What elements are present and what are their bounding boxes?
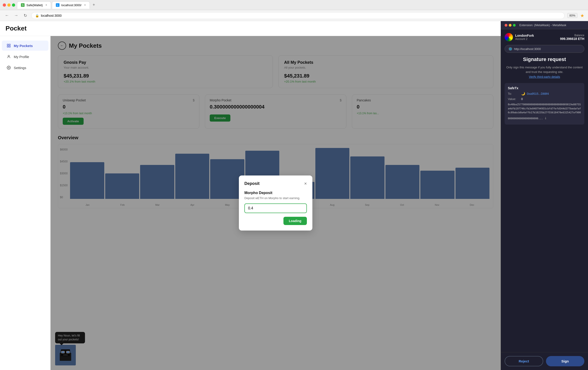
metamask-panel: Extension: (MetaMask) - MetaMask LondonF… bbox=[501, 21, 588, 370]
browser-content: Pocket My Pockets bbox=[0, 21, 588, 370]
tab-localhost-icon: L bbox=[56, 3, 60, 7]
mm-close-button[interactable] bbox=[505, 24, 507, 27]
mm-sig-title: Signature request bbox=[505, 56, 584, 62]
scroll-down-icon[interactable]: ↓ bbox=[544, 115, 547, 120]
tab-localhost-close[interactable]: × bbox=[84, 3, 86, 7]
sidebar-my-profile-label: My Profile bbox=[14, 55, 29, 59]
mm-balance-container: Balance 999.396618 ETH bbox=[560, 34, 584, 40]
mm-account-info: LondonFork Account 2 bbox=[505, 33, 534, 41]
zoom-level[interactable]: 80% bbox=[567, 13, 578, 18]
modal-title: Deposit bbox=[244, 181, 260, 186]
address-text: localhost:3000 bbox=[41, 14, 62, 17]
metamask-window-title: Extension: (MetaMask) - MetaMask bbox=[519, 23, 566, 27]
mm-safe-label: SafeTx bbox=[508, 86, 581, 90]
modal-actions: Loading bbox=[244, 217, 307, 225]
address-bar-input[interactable]: 🔒 localhost:3000 bbox=[31, 12, 565, 19]
tab-localhost-label: localhost:3000/ bbox=[61, 3, 81, 7]
reject-button[interactable]: Reject bbox=[505, 356, 543, 366]
mm-value-row: Value: 0 bbox=[508, 97, 581, 101]
grid-icon bbox=[6, 43, 11, 48]
modal-close-button[interactable]: × bbox=[304, 181, 307, 186]
metamask-titlebar: Extension: (MetaMask) - MetaMask bbox=[501, 21, 588, 29]
tab-bar: S Safe{Wallet} × L localhost:3000/ × + bbox=[17, 1, 585, 9]
browser-titlebar: S Safe{Wallet} × L localhost:3000/ × + bbox=[0, 0, 588, 10]
sidebar-item-settings[interactable]: Settings bbox=[2, 63, 48, 73]
deposit-amount-input[interactable] bbox=[244, 203, 307, 213]
mm-to-key: To: bbox=[508, 92, 519, 95]
tab-localhost[interactable]: L localhost:3000/ × bbox=[52, 1, 90, 9]
mm-site-url: http://localhost:3000 bbox=[514, 47, 541, 51]
mm-maximize-button[interactable] bbox=[513, 24, 516, 27]
svg-rect-1 bbox=[9, 44, 10, 45]
modal-section-title: Morpho Deposit bbox=[244, 191, 307, 195]
tab-safe-wallet-close[interactable]: × bbox=[45, 3, 47, 7]
back-nav-button[interactable]: ← bbox=[4, 12, 10, 19]
metamask-footer: Reject Sign bbox=[501, 352, 588, 370]
reload-button[interactable]: ↻ bbox=[22, 12, 29, 19]
mm-to-row: To: 🌙 0xa9515...D88f4 bbox=[508, 92, 581, 95]
address-bar: ← → ↻ 🔒 localhost:3000 80% ★ bbox=[0, 10, 588, 21]
tab-safe-wallet-label: Safe{Wallet} bbox=[26, 3, 43, 7]
app-body: My Pockets My Profile bbox=[0, 36, 501, 370]
bookmark-icon[interactable]: ★ bbox=[580, 13, 584, 18]
mm-to-val: 0xa9515...D88f4 bbox=[527, 92, 549, 95]
svg-rect-3 bbox=[9, 46, 10, 47]
svg-point-4 bbox=[8, 55, 10, 57]
metamask-body: LondonFork Account 2 Balance 999.396618 … bbox=[501, 29, 588, 352]
sidebar-item-my-pockets[interactable]: My Pockets bbox=[2, 40, 48, 51]
mm-hex-data: 0x40ba2577000000000000000000000000000098… bbox=[508, 102, 581, 121]
mm-account-row: LondonFork Account 2 Balance 999.396618 … bbox=[505, 33, 584, 41]
security-icon: 🔒 bbox=[35, 14, 39, 17]
mm-site-badge: 🌐 http://localhost:3000 bbox=[505, 45, 584, 53]
loading-button[interactable]: Loading bbox=[284, 217, 307, 225]
mm-avatar bbox=[505, 33, 513, 41]
page-content: ← My Pockets Gnosis Pay Your main accoun… bbox=[51, 36, 501, 370]
settings-icon bbox=[6, 65, 11, 70]
deposit-modal: Deposit × Morpho Deposit Deposit wETH on… bbox=[239, 175, 312, 230]
mm-traffic-lights bbox=[505, 24, 516, 27]
mm-sig-desc: Only sign this message if you fully unde… bbox=[505, 65, 584, 74]
close-traffic-light[interactable] bbox=[3, 3, 6, 7]
forward-nav-button[interactable]: → bbox=[13, 12, 19, 19]
sign-button[interactable]: Sign bbox=[546, 356, 585, 366]
tab-safe-wallet-icon: S bbox=[21, 3, 25, 7]
mm-account-sub: Account 2 bbox=[515, 37, 534, 40]
verify-link[interactable]: Verify third-party details bbox=[505, 75, 584, 79]
mm-site-icon: 🌐 bbox=[509, 47, 512, 51]
tab-safe-wallet[interactable]: S Safe{Wallet} × bbox=[17, 1, 51, 9]
modal-section-desc: Deposit wETH on Morpho to start earning. bbox=[244, 196, 307, 200]
app-title: Pocket bbox=[6, 25, 27, 32]
mm-safe-tx-box: SafeTx To: 🌙 0xa9515...D88f4 Value: 0 0x… bbox=[505, 83, 584, 125]
deposit-modal-overlay[interactable]: Deposit × Morpho Deposit Deposit wETH on… bbox=[51, 36, 501, 370]
mm-value-val: 0 bbox=[521, 97, 523, 101]
svg-rect-2 bbox=[7, 46, 8, 47]
new-tab-button[interactable]: + bbox=[91, 2, 97, 8]
svg-point-5 bbox=[8, 67, 10, 68]
mm-account-name: LondonFork bbox=[515, 34, 534, 37]
sidebar-settings-label: Settings bbox=[14, 66, 26, 70]
minimize-traffic-light[interactable] bbox=[7, 3, 10, 7]
modal-header: Deposit × bbox=[244, 181, 307, 186]
mm-balance-label: Balance bbox=[560, 34, 584, 37]
app-header: Pocket bbox=[0, 21, 501, 36]
sidebar-item-my-profile[interactable]: My Profile bbox=[2, 52, 48, 62]
maximize-traffic-light[interactable] bbox=[12, 3, 15, 7]
mm-balance-value: 999.396618 ETH bbox=[560, 37, 584, 40]
user-icon bbox=[6, 54, 11, 59]
mm-minimize-button[interactable] bbox=[509, 24, 512, 27]
sidebar: My Pockets My Profile bbox=[0, 36, 51, 370]
mm-account-details: LondonFork Account 2 bbox=[515, 34, 534, 40]
mm-value-key: Value: bbox=[508, 97, 519, 101]
svg-rect-0 bbox=[7, 44, 8, 45]
sidebar-my-pockets-label: My Pockets bbox=[14, 44, 33, 48]
app-container: Pocket My Pockets bbox=[0, 21, 501, 370]
mm-to-icon: 🌙 bbox=[521, 92, 525, 95]
traffic-lights bbox=[3, 3, 15, 7]
